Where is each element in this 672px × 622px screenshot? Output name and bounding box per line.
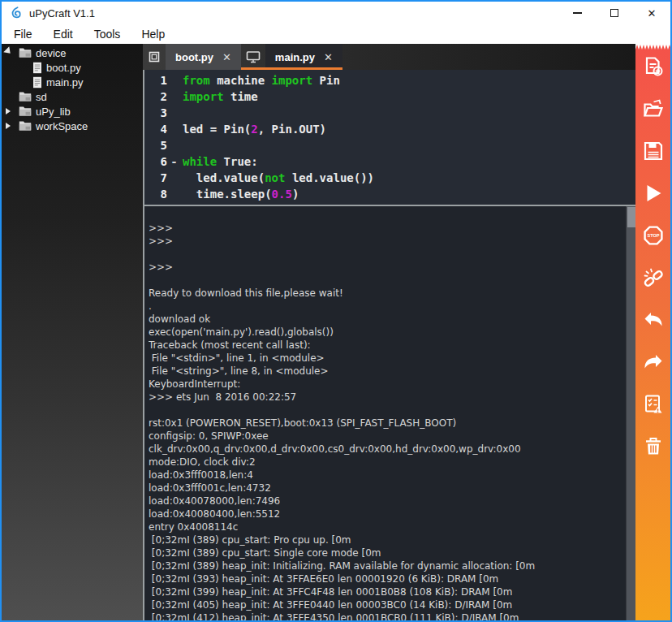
new-file-icon <box>643 56 664 77</box>
connect-disconnect-button[interactable] <box>642 266 665 289</box>
tree-item-uPy_lib[interactable]: uPy_lib <box>2 104 143 119</box>
tree-item-boot.py[interactable]: boot.py <box>2 60 143 75</box>
console-line: >>> <box>149 222 622 235</box>
console-line: [0;32mI (389) cpu_start: Pro cpu up. [0m <box>149 534 622 547</box>
clear-icon <box>643 436 664 457</box>
console-line: Ready to download this file,please wait! <box>149 287 622 300</box>
tab-main.py[interactable]: main.py✕ <box>241 44 342 70</box>
line-number: 3 <box>144 106 167 119</box>
redo-icon <box>643 352 664 373</box>
center-panel: boot.py✕main.py✕ 1from machine import Pi… <box>143 44 635 620</box>
tree-item-label: boot.py <box>46 62 81 74</box>
code-line: 3 <box>144 105 635 121</box>
collapse-arrow-icon[interactable] <box>5 108 15 114</box>
code-line: 4led = Pin(2, Pin.OUT) <box>144 121 635 137</box>
console-output[interactable]: >>> >>> >>> Ready to download this file,… <box>144 205 635 620</box>
tree-item-workSpace[interactable]: workSpace <box>2 119 143 133</box>
fold-marker-icon[interactable]: - <box>167 155 181 168</box>
folder-icon <box>19 47 32 58</box>
stop-button[interactable]: STOP <box>642 224 665 247</box>
tab-close-icon[interactable]: ✕ <box>324 51 333 63</box>
syntax-check-button[interactable] <box>642 393 665 416</box>
menu-file[interactable]: File <box>3 24 43 44</box>
tree-item-device[interactable]: device <box>2 45 143 60</box>
console-line <box>149 248 622 261</box>
console-line: File "<stdin>", line 1, in <module> <box>149 352 622 365</box>
folder-icon <box>19 120 32 132</box>
file-icon <box>32 62 42 74</box>
active-tab-underline <box>241 67 342 70</box>
save-file-button[interactable] <box>642 140 665 162</box>
tree-item-label: sd <box>36 91 47 103</box>
console-scrollbar-thumb[interactable] <box>627 207 635 227</box>
tree-item-label: main.py <box>46 76 84 89</box>
console-line: load:0x3fff001c,len:4732 <box>149 482 622 495</box>
open-file-button[interactable] <box>642 97 665 120</box>
tree-item-label: device <box>36 47 67 59</box>
code-text: led.value(not led.value()) <box>181 171 374 184</box>
redo-button[interactable] <box>642 351 665 374</box>
new-file-button[interactable] <box>642 55 665 78</box>
undo-button[interactable] <box>642 309 665 331</box>
tree-item-label: workSpace <box>36 120 88 132</box>
close-icon: ✕ <box>648 8 657 19</box>
console-line: >>> <box>149 235 622 248</box>
console-line: [0;32mI (405) heap_init: At 3FFE0440 len… <box>149 599 622 612</box>
console-line: mode:DIO, clock div:2 <box>149 456 622 469</box>
console-line: KeyboardInterrupt: <box>149 378 622 391</box>
workarea: 1from machine import Pin2import time34le… <box>143 70 635 620</box>
connect-disconnect-icon <box>643 267 664 288</box>
console-line: clk_drv:0x00,q_drv:0x00,d_drv:0x00,cs0_d… <box>149 443 622 456</box>
close-button[interactable]: ✕ <box>633 2 670 24</box>
collapse-arrow-icon[interactable] <box>5 123 15 129</box>
line-number: 4 <box>144 123 167 136</box>
expand-arrow-icon[interactable] <box>5 48 15 58</box>
tree-item-sd[interactable]: sd <box>2 89 143 104</box>
console-scrollbar[interactable] <box>626 206 635 620</box>
tab-boot.py[interactable]: boot.py✕ <box>143 44 241 70</box>
tab-body: main.py✕ <box>265 44 342 70</box>
svg-text:STOP: STOP <box>647 233 659 238</box>
main-area: deviceboot.pymain.pysduPy_libworkSpace b… <box>2 44 670 620</box>
console-line: >>> <box>149 261 622 274</box>
line-number: 2 <box>144 90 167 103</box>
menu-help[interactable]: Help <box>131 24 175 44</box>
console-line: Traceback (most recent call last): <box>149 339 622 352</box>
app-window: uPyCraft V1.1 ✕ FileEditToolsHelp device… <box>0 0 672 622</box>
file-icon <box>32 76 42 89</box>
document-icon <box>143 44 166 70</box>
line-number: 7 <box>144 171 167 184</box>
tree-item-label: uPy_lib <box>36 106 71 118</box>
stop-icon: STOP <box>643 225 664 246</box>
minimize-icon <box>573 12 582 14</box>
console-line: rst:0x1 (POWERON_RESET),boot:0x13 (SPI_F… <box>149 417 622 430</box>
minimize-button[interactable] <box>558 2 596 24</box>
code-line: 1from machine import Pin <box>144 72 635 89</box>
download-run-button[interactable] <box>642 182 665 205</box>
code-editor[interactable]: 1from machine import Pin2import time34le… <box>144 70 635 205</box>
console-line: entry 0x4008114c <box>149 521 622 534</box>
console-line: >>> ets Jun 8 2016 00:22:57 <box>149 391 622 404</box>
tabbar: boot.py✕main.py✕ <box>143 44 635 70</box>
syntax-check-icon <box>643 394 664 415</box>
folder-icon <box>19 106 32 117</box>
code-line: 6-while True: <box>144 153 635 170</box>
maximize-button[interactable] <box>596 2 633 24</box>
console-line: [0;32mI (393) heap_init: At 3FFAE6E0 len… <box>149 573 622 586</box>
app-logo-icon <box>9 6 22 19</box>
tab-close-icon[interactable]: ✕ <box>222 51 231 63</box>
maximize-icon <box>610 9 618 17</box>
toolbar-serrated-edge <box>635 44 670 50</box>
console-line: [0;32mI (389) heap_init: Initializing. R… <box>149 560 622 573</box>
menu-tools[interactable]: Tools <box>84 24 131 44</box>
clear-button[interactable] <box>642 435 665 458</box>
tree-item-main.py[interactable]: main.py <box>2 75 143 89</box>
tab-body: boot.py✕ <box>166 44 241 70</box>
code-line: 2import time <box>144 89 635 105</box>
toolbar: STOP <box>635 44 670 620</box>
console-line: configsip: 0, SPIWP:0xee <box>149 430 622 443</box>
tab-label: boot.py <box>175 51 213 63</box>
menu-edit[interactable]: Edit <box>43 24 84 44</box>
console-line: exec(open('main.py').read(),globals()) <box>149 326 622 339</box>
console-line: File "<string>", line 8, in <module> <box>149 365 622 378</box>
